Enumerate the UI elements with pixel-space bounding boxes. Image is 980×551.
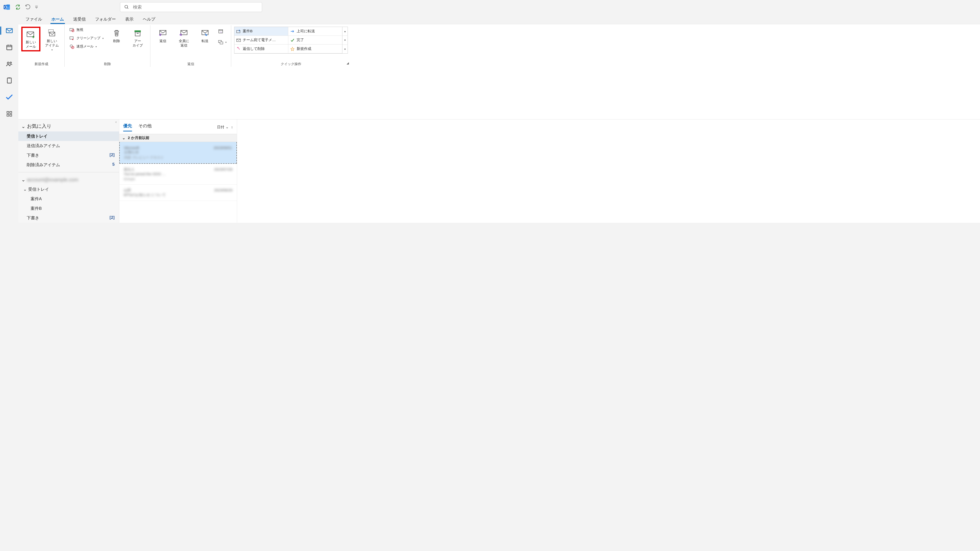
favorites-label: お気に入り [27, 123, 51, 130]
tab-help[interactable]: ヘルプ [142, 16, 156, 24]
meeting-reply-button[interactable] [216, 28, 228, 35]
search-input[interactable] [133, 5, 258, 10]
new-items-icon [47, 28, 57, 38]
tab-folder[interactable]: フォルダー [94, 16, 117, 24]
reply-all-button[interactable]: 全員に 返信 [174, 27, 194, 49]
folder-deleted[interactable]: 削除済みアイテム 5 [18, 160, 119, 170]
create-new-icon [290, 47, 295, 51]
quick-step-1[interactable]: 案件B [234, 27, 288, 36]
qs5-label: 返信して削除 [243, 46, 265, 51]
quick-step-down[interactable]: ▾ [342, 36, 348, 44]
qs1-label: 案件B [243, 29, 253, 33]
reply-label: 返信 [159, 39, 166, 43]
new-mail-button[interactable]: 新しい メール [21, 27, 40, 51]
search-box[interactable] [120, 2, 262, 12]
tab-home[interactable]: ホーム [51, 16, 65, 24]
reading-pane [237, 119, 980, 223]
tab-file[interactable]: ファイル [24, 16, 43, 24]
quick-step-dialog-launcher[interactable]: ◢ [345, 60, 350, 66]
reply-all-label: 全員に 返信 [179, 39, 189, 48]
new-mail-label: 新しい メール [26, 40, 36, 49]
qs4-label: 完了 [297, 38, 304, 42]
date-group-header[interactable]: ⌄ 2 か月前以前 [119, 134, 237, 142]
folder-inbox-2[interactable]: ⌄ 受信トレイ [18, 184, 119, 194]
search-icon [124, 5, 129, 10]
customize-qat-icon[interactable] [34, 4, 39, 10]
reply-delete-icon [236, 47, 241, 51]
focused-tab[interactable]: 優先 [123, 123, 132, 132]
folder-project-b[interactable]: 案件B [18, 204, 119, 213]
quick-step-up[interactable]: ▴ [342, 27, 348, 36]
svg-point-8 [10, 62, 11, 64]
sort-by-button[interactable]: 日付 ⌄ [217, 125, 229, 130]
quick-step-more[interactable]: ▾ [342, 45, 348, 53]
send-receive-icon[interactable] [15, 4, 21, 10]
ignore-button[interactable]: 無視 [68, 27, 105, 33]
rail-calendar-icon[interactable] [4, 41, 15, 53]
reply-button[interactable]: 返信 [153, 27, 172, 45]
outlook-app-icon [3, 4, 10, 11]
qs6-label: 新規作成 [297, 46, 311, 51]
undo-icon[interactable] [24, 4, 31, 10]
collapse-folder-pane-icon[interactable]: ‹ [115, 120, 116, 124]
group-label-quick: クイック操作 [281, 62, 301, 66]
folder-drafts[interactable]: 下書き [2] [18, 151, 119, 160]
svg-rect-31 [220, 42, 223, 44]
folder-sent-label: 送信済みアイテム [27, 143, 60, 149]
new-items-button[interactable]: 新しい アイテム ▾ [42, 27, 62, 53]
group-label-respond: 返信 [188, 62, 194, 66]
rail-more-apps-icon[interactable] [4, 108, 15, 119]
delete-button[interactable]: 削除 [107, 27, 126, 45]
rail-mail-icon[interactable] [4, 25, 15, 36]
quick-step-6[interactable]: 新規作成 [288, 44, 342, 53]
other-tab[interactable]: その他 [138, 123, 152, 132]
rail-tasks-icon[interactable] [4, 75, 15, 86]
rail-todo-icon[interactable] [4, 92, 15, 103]
quick-access-toolbar [15, 4, 39, 10]
svg-rect-9 [7, 78, 11, 83]
svg-rect-15 [27, 32, 34, 37]
quick-step-2[interactable]: 上司に転送 [288, 27, 342, 36]
ribbon-tabs: ファイル ホーム 送受信 フォルダー 表示 ヘルプ [0, 14, 980, 24]
chevron-down-icon: ⌄ [21, 177, 25, 183]
svg-rect-12 [10, 111, 12, 113]
account-header[interactable]: ⌄ account@example.com [18, 175, 119, 184]
quick-step-3[interactable]: チーム宛て電子メ… [234, 36, 288, 44]
content-area: ‹ ⌄ お気に入り 受信トレイ 送信済みアイテム 下書き [2] 削除済みアイテ… [18, 119, 980, 223]
date-group-label: 2 か月前以前 [128, 136, 150, 140]
chevron-down-icon: ⌄ [21, 123, 25, 129]
folder-drafts-2[interactable]: 下書き [2] [18, 213, 119, 223]
svg-rect-6 [6, 45, 12, 50]
folder-project-a[interactable]: 案件A [18, 194, 119, 204]
folder-inbox[interactable]: 受信トレイ [18, 132, 119, 141]
folder-drafts2-label: 下書き [27, 215, 39, 221]
quick-step-4[interactable]: 完了 [288, 36, 342, 44]
folder-inbox-label: 受信トレイ [27, 133, 48, 139]
forward-button[interactable]: 転送 [196, 27, 215, 45]
cleanup-button[interactable]: クリーンアップ ▾ [68, 35, 105, 41]
sort-direction-button[interactable]: ↑ [231, 125, 233, 129]
folder-drafts-count: [2] [110, 152, 115, 158]
left-navigation-rail [0, 24, 18, 119]
tab-view[interactable]: 表示 [124, 16, 134, 24]
message-item[interactable]: Microsoft2023/09/01 お知らせ 内容 プレビュー テキスト [119, 142, 237, 164]
more-respond-button[interactable]: ▾ [216, 39, 228, 45]
svg-rect-11 [7, 111, 9, 113]
ribbon-group-new: 新しい メール 新しい アイテム ▾ 新規作成 [18, 25, 65, 67]
archive-button[interactable]: アー カイブ [128, 27, 147, 49]
quick-step-5[interactable]: 返信して削除 [234, 44, 288, 53]
message-item[interactable]: 差出人2023/07/28 You've joined the OOO … Gr… [119, 164, 237, 184]
junk-button[interactable]: 迷惑メール ▾ [68, 43, 105, 50]
ribbon-group-quick-steps: 案件B 上司に転送 チーム宛て電子メ… [231, 25, 351, 67]
folder-sent[interactable]: 送信済みアイテム [18, 141, 119, 151]
svg-rect-17 [49, 32, 55, 36]
rail-people-icon[interactable] [4, 58, 15, 70]
favorites-header[interactable]: ⌄ お気に入り [18, 121, 119, 132]
folder-deleted-label: 削除済みアイテム [27, 162, 60, 168]
svg-rect-10 [8, 78, 10, 79]
cleanup-label: クリーンアップ [76, 36, 100, 40]
svg-point-4 [125, 5, 128, 8]
forward-label: 転送 [202, 39, 208, 43]
tab-send-receive[interactable]: 送受信 [72, 16, 87, 24]
message-item[interactable]: 山田2023/06/26 MTGのお知らせ について [119, 184, 237, 201]
